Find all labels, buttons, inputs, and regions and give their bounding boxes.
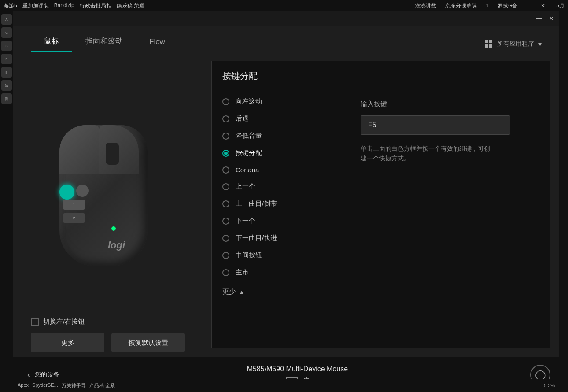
right-sidebar xyxy=(559,11,568,392)
app-window: — ✕ 鼠标 指向和滚动 Flow 所有应用程序 ▾ xyxy=(13,11,559,392)
radio-middle xyxy=(222,252,229,259)
option-key-assign[interactable]: 按键分配 xyxy=(212,144,348,162)
more-button[interactable]: 更多 xyxy=(31,333,104,352)
bottom-taskbar-right: 5.3% xyxy=(544,383,555,388)
key-input-label: 输入按键 xyxy=(361,100,538,108)
switch-buttons-label: 切换左/右按钮 xyxy=(43,318,85,326)
option-scroll-left[interactable]: 向左滚动 xyxy=(212,93,348,110)
option-next-ff[interactable]: 下一曲目/快进 xyxy=(212,229,348,247)
option-prev-rewind[interactable]: 上一曲目/倒带 xyxy=(212,195,348,212)
taskbar-left: 游游5 重加加课装 Bandizip 行政击批局相 娱乐稿 荣耀 xyxy=(4,2,144,10)
sidebar-icon-3[interactable]: S xyxy=(1,41,12,51)
popup-header: 按键分配 xyxy=(212,61,550,89)
mouse-led-indicator xyxy=(111,226,116,231)
option-main-label: 主市 xyxy=(236,268,249,277)
mouse-side-btn-1[interactable]: 1 xyxy=(63,200,85,210)
radio-scroll-left xyxy=(222,98,229,105)
title-bar: — ✕ xyxy=(13,11,559,26)
switch-button-row: 切换左/右按钮 xyxy=(31,318,185,326)
bottom-apps: Apex SpyderSE... 万关神手导 产品稿 全系 xyxy=(18,382,115,389)
option-next[interactable]: 下一个 xyxy=(212,212,348,229)
mouse-forward-button[interactable] xyxy=(76,185,89,197)
close-button[interactable]: ✕ xyxy=(538,3,547,9)
taskbar-app-4[interactable]: 行政击批局相 xyxy=(80,2,111,10)
taskbar-info-4: 罗技G合 xyxy=(498,2,517,10)
option-prev[interactable]: 上一个 xyxy=(212,178,348,195)
key-input-field[interactable]: F5 xyxy=(361,115,510,135)
switch-buttons-checkbox[interactable] xyxy=(31,318,39,326)
taskbar-info-3: 1 xyxy=(486,3,489,9)
radio-prev-rewind xyxy=(222,200,229,207)
taskbar-right: 澎澎讲数 京东分现草碟 1 罗技G合 — ✕ 5月 xyxy=(415,2,564,10)
radio-main xyxy=(222,269,229,276)
sidebar-icon-2[interactable]: G xyxy=(1,27,12,38)
sidebar-icon-6[interactable]: 法 xyxy=(1,80,12,91)
option-next-ff-label: 下一曲目/快进 xyxy=(236,234,277,242)
mouse-side-btn-2[interactable]: 2 xyxy=(63,213,85,223)
mouse-scroll-wheel xyxy=(106,143,119,165)
mouse-thumb-highlight[interactable] xyxy=(59,185,74,200)
radio-volume-down xyxy=(222,133,229,140)
apps-grid-icon[interactable] xyxy=(485,40,493,48)
bottom-app-1[interactable]: Apex xyxy=(18,382,29,389)
option-middle-label: 中间按钮 xyxy=(236,251,262,259)
mouse-illustration: 1 2 logi xyxy=(46,103,170,288)
main-content: 1 2 logi 切换左/右按钮 更多 恢复默认设置 xyxy=(13,52,559,357)
sidebar-icon-5[interactable]: B xyxy=(1,67,12,78)
tab-flow[interactable]: Flow xyxy=(136,32,178,52)
chevron-up-icon: ▲ xyxy=(239,289,244,295)
more-less-toggle[interactable]: 更少 ▲ xyxy=(212,281,348,302)
mouse-logo: logi xyxy=(108,240,125,251)
back-to-devices-label: 您的设备 xyxy=(35,371,59,379)
key-hint-text: 单击上面的白色方框并按一个有效的组键，可创建一个快捷方式。 xyxy=(361,144,493,163)
device-name: M585/M590 Multi-Device Mouse xyxy=(247,365,348,373)
option-prev-label: 上一个 xyxy=(236,182,255,191)
taskbar-app-2[interactable]: 重加加课装 xyxy=(22,2,49,10)
bottom-taskbar: Apex SpyderSE... 万关神手导 产品稿 全系 5.3% xyxy=(13,379,559,392)
taskbar: 游游5 重加加课装 Bandizip 行政击批局相 娱乐稿 荣耀 澎澎讲数 京东… xyxy=(0,0,568,11)
option-middle[interactable]: 中间按钮 xyxy=(212,247,348,264)
radio-prev xyxy=(222,183,229,190)
option-main[interactable]: 主市 xyxy=(212,264,348,281)
taskbar-date: 5月 xyxy=(556,2,564,10)
sidebar-icon-1[interactable]: A xyxy=(1,14,12,25)
bottom-app-2[interactable]: SpyderSE... xyxy=(32,382,58,389)
app-minimize-button[interactable]: — xyxy=(535,15,543,22)
bottom-app-3[interactable]: 万关神手导 xyxy=(62,382,86,389)
sidebar-icon-4[interactable]: P xyxy=(1,54,12,64)
apps-dropdown-icon[interactable]: ▾ xyxy=(538,41,542,48)
more-less-label: 更少 xyxy=(222,288,236,296)
minimize-button[interactable]: — xyxy=(526,3,535,9)
window-controls: — ✕ xyxy=(526,3,547,9)
option-cortana[interactable]: Cortana xyxy=(212,162,348,178)
back-arrow-icon: ‹ xyxy=(27,370,30,380)
popup-box: 按键分配 向左滚动 后退 xyxy=(211,61,550,348)
bottom-app-4[interactable]: 产品稿 全系 xyxy=(89,382,115,389)
tab-pointing[interactable]: 指向和滚动 xyxy=(72,31,136,52)
option-volume-down[interactable]: 降低音量 xyxy=(212,127,348,144)
radio-back xyxy=(222,115,229,122)
sidebar-icon-7[interactable]: 贵 xyxy=(1,93,12,104)
taskbar-info-2: 京东分现草碟 xyxy=(445,2,477,10)
mouse-left-button xyxy=(59,125,99,174)
radio-next xyxy=(222,218,229,225)
popup-body: 向左滚动 后退 降低音量 按键分配 xyxy=(212,89,550,348)
apps-label[interactable]: 所有应用程序 xyxy=(497,40,534,48)
options-list: 向左滚动 后退 降低音量 按键分配 xyxy=(212,89,348,348)
taskbar-info-1: 澎澎讲数 xyxy=(415,2,436,10)
option-next-label: 下一个 xyxy=(236,217,255,225)
button-row: 更多 恢复默认设置 xyxy=(31,333,185,352)
radio-next-ff xyxy=(222,235,229,242)
radio-key-assign xyxy=(222,150,229,157)
left-panel: 1 2 logi 切换左/右按钮 更多 恢复默认设置 xyxy=(13,52,203,357)
taskbar-app-5[interactable]: 娱乐稿 荣耀 xyxy=(117,2,144,10)
app-close-button[interactable]: ✕ xyxy=(547,15,556,22)
right-panel: 按键分配 向左滚动 后退 xyxy=(203,52,559,357)
option-volume-down-label: 降低音量 xyxy=(236,132,262,140)
reset-button[interactable]: 恢复默认设置 xyxy=(111,333,185,352)
taskbar-app-1[interactable]: 游游5 xyxy=(4,2,17,10)
tab-mouse[interactable]: 鼠标 xyxy=(31,31,72,52)
option-back[interactable]: 后退 xyxy=(212,110,348,127)
taskbar-app-3[interactable]: Bandizip xyxy=(54,2,74,10)
option-back-label: 后退 xyxy=(236,115,249,123)
